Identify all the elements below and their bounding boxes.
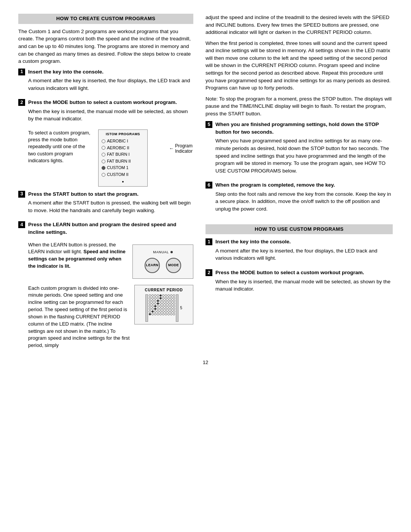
use-step-2: 2 Press the MODE button to select a cust… <box>206 269 393 296</box>
use-step-2-content: Press the MODE button to select a custom… <box>215 269 393 296</box>
dot <box>162 305 164 307</box>
program-indicator-label: ← ProgramIndicator <box>169 143 193 154</box>
how-to-use-section: HOW TO USE CUSTOM PROGRAMS 1 Insert the … <box>206 224 393 296</box>
step-4-text: When the LEARN button is pressed, the LE… <box>28 241 128 282</box>
figure-title: ISTOM PROGRAMS <box>102 132 144 137</box>
dot <box>151 308 154 310</box>
dot <box>167 294 170 297</box>
step-1-number: 1 <box>18 69 25 75</box>
dot <box>159 302 162 305</box>
dot <box>159 297 162 299</box>
step-2-number: 2 <box>18 99 25 106</box>
learn-mode-manual: MANUAL <box>153 250 172 255</box>
dot <box>170 305 172 307</box>
step-4-after-area: Each custom program is divided into one-… <box>28 285 193 353</box>
dot-row-6 <box>149 308 175 310</box>
dot <box>157 294 159 297</box>
dot <box>165 313 167 315</box>
right-column: adjust the speed and incline of the trea… <box>206 14 393 352</box>
dot <box>157 310 159 313</box>
dot <box>149 313 151 315</box>
right-para-1: adjust the speed and incline of the trea… <box>206 14 393 36</box>
step-1-body: A moment after the key is inserted, the … <box>28 77 193 92</box>
dot <box>157 300 159 302</box>
step-6-number: 6 <box>206 182 212 189</box>
dot <box>157 302 159 305</box>
use-step-2-body: When the key is inserted, the manual mod… <box>215 278 393 293</box>
program-list: AEROBIC I AEROBIC II FAT BURN I FAT BURN… <box>102 138 144 178</box>
dot-grid <box>149 294 175 315</box>
dot <box>165 305 167 307</box>
step-6: 6 When the program is completed, remove … <box>206 181 393 216</box>
dot <box>149 294 151 297</box>
led-matrix-area: 5 <box>136 294 191 322</box>
dot <box>173 305 175 307</box>
page: HOW TO CREATE CUSTOM PROGRAMS The Custom… <box>0 0 411 532</box>
dot <box>167 305 170 307</box>
dot <box>173 297 175 299</box>
use-step-1-title: Insert the key into the console. <box>215 238 393 246</box>
matrix-bar-right <box>176 294 178 322</box>
step-4-bold: Speed and incline settings can be progra… <box>28 249 126 269</box>
step-1-content: Insert the key into the console. A momen… <box>28 68 193 95</box>
dot <box>170 294 172 297</box>
dot-row-5 <box>149 305 175 307</box>
dot <box>154 310 156 313</box>
indicator-label-text: ProgramIndicator <box>175 143 193 154</box>
dot <box>151 310 154 313</box>
mode-button-figure: MODE <box>166 258 181 273</box>
custom1-indicator <box>102 166 105 170</box>
dot <box>165 302 167 305</box>
step-3-title: Press the START button to start the prog… <box>28 190 193 198</box>
matrix-number: 5 <box>180 305 182 311</box>
prog-aerobic-1: AEROBIC I <box>102 138 144 145</box>
dot <box>154 308 156 310</box>
left-section-header: HOW TO CREATE CUSTOM PROGRAMS <box>18 14 193 24</box>
dot <box>173 310 175 313</box>
use-step-1-number: 1 <box>206 238 212 245</box>
use-step-2-number: 2 <box>206 269 212 276</box>
dot <box>149 300 151 302</box>
use-step-1-content: Insert the key into the console. A momen… <box>215 238 393 265</box>
step-1-title: Insert the key into the console. <box>28 68 193 76</box>
dot <box>170 308 172 310</box>
step-2-content: Press the MODE button to select a custom… <box>28 99 193 126</box>
dot <box>157 313 159 315</box>
prog-custom-2: CUSTOM II <box>102 171 144 178</box>
step-4-period-para: Each custom program is divided into one-… <box>28 285 130 350</box>
manual-label: MANUAL <box>153 250 169 255</box>
dot <box>154 300 156 302</box>
dot <box>157 297 159 299</box>
dot <box>165 297 167 299</box>
step-2-title: Press the MODE button to select a custom… <box>28 99 193 106</box>
program-indicator-figure: ISTOM PROGRAMS AEROBIC I AEROBIC II FAT … <box>98 129 148 187</box>
dot <box>173 294 175 297</box>
dot <box>167 297 170 299</box>
dot <box>154 302 156 305</box>
dot <box>149 297 151 299</box>
step-5-body: When you have programmed speed and incli… <box>215 137 393 174</box>
dot <box>157 305 159 307</box>
step-2-figure-note: To select a custom program, press the mo… <box>28 129 93 164</box>
dot <box>151 302 154 305</box>
step-5-content: When you are finished programming settin… <box>215 121 393 177</box>
dot <box>173 300 175 302</box>
dot <box>162 300 164 302</box>
dot <box>162 313 164 315</box>
dot <box>162 297 164 299</box>
figure-bottom-dot: ● <box>102 179 144 184</box>
dot <box>159 313 162 315</box>
matrix-bar-left <box>145 294 148 322</box>
dot <box>149 305 151 307</box>
dot <box>151 305 154 307</box>
dot <box>157 308 159 310</box>
dot <box>149 310 151 313</box>
fatburn2-indicator <box>102 160 105 163</box>
dot <box>173 302 175 305</box>
dot <box>151 313 154 315</box>
dot <box>159 305 162 307</box>
dot-row-3 <box>149 300 175 302</box>
dot <box>151 294 154 297</box>
custom2-indicator <box>102 173 105 177</box>
step-4-body-area: When the LEARN button is pressed, the LE… <box>28 241 193 282</box>
